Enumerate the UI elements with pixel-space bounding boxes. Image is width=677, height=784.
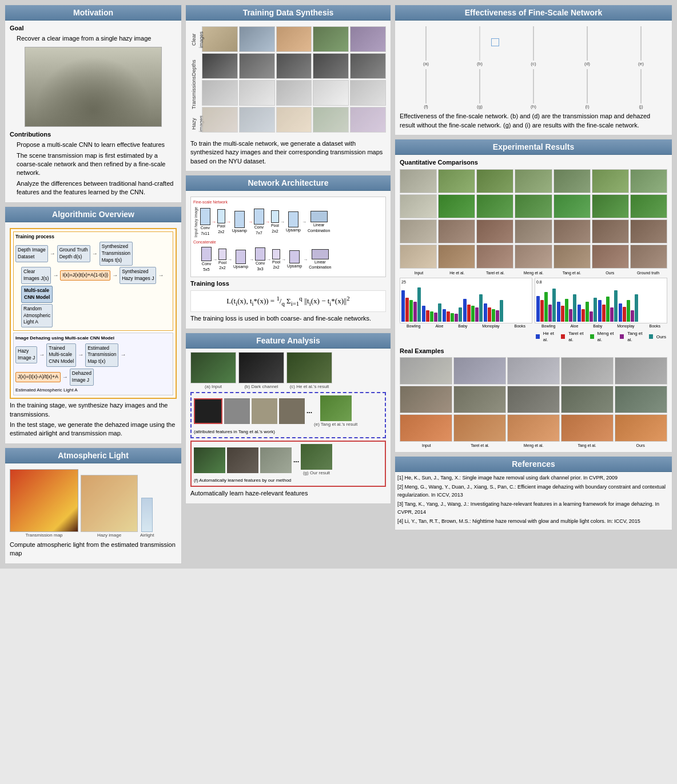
feat-tang-img: [320, 395, 352, 421]
hazy-city-visual: [25, 47, 161, 126]
bar2-4-3: [606, 297, 610, 322]
real-grid: [400, 357, 667, 442]
flow-row-2: ClearImages J(s) → I(x)=J(x)t(x)+A(1-t(x…: [21, 267, 171, 303]
arch-block-lin: LinearCombination: [308, 211, 330, 234]
arch-label-6: Upsamp: [286, 227, 301, 233]
arch-block-2: Pool2x2: [217, 209, 225, 235]
arch-rect-1: [200, 208, 210, 225]
bar2-4-5: [614, 290, 618, 322]
bar-5-3: [492, 309, 495, 322]
arrow-5: →: [280, 219, 285, 225]
bar-2-2: [426, 310, 429, 322]
arch-rect-2: [217, 209, 225, 223]
exp-r3c2: [438, 219, 475, 243]
feat-hue: [279, 398, 305, 424]
goal-item: Goal: [10, 24, 177, 33]
effectiveness-header: Effectiveness of Fine-Scale Network: [395, 5, 672, 21]
eff-box-b: [491, 38, 499, 46]
eff-img-f: [425, 69, 427, 103]
c-arrow-6: →: [303, 257, 308, 263]
eff-row-2: (f) (g) (h) (i): [400, 69, 667, 110]
flow-depth-dataset: Depth ImageDataset: [15, 245, 48, 262]
feature-our-box: ... (g) Our result (f) Automatically lea…: [190, 441, 386, 487]
loss-note: The training loss is used in both coarse…: [190, 314, 386, 323]
trans-img-3: [276, 80, 312, 106]
bar-2-5: [438, 303, 441, 322]
training-process-box: Training process Depth ImageDataset → Gr…: [13, 231, 173, 331]
quant-label: Quantitative Comparisons: [400, 158, 667, 167]
bar2-5-2: [623, 307, 626, 322]
clear-img-5: [350, 26, 386, 52]
algo-diagram: Training process Depth ImageDataset → Gr…: [10, 228, 177, 399]
exp-col-labels: Input He et al. Tarel et al. Meng et al.…: [400, 270, 667, 276]
bar-4-2: [467, 305, 471, 322]
goal-label: Goal: [10, 25, 23, 31]
exp-r4c3: [476, 245, 513, 269]
eff-label-d: (d): [584, 61, 590, 67]
references-body: [1] He, K., Sun, J., Tang, X.: Single im…: [395, 472, 672, 530]
atm-img1-col: Transmission map: [10, 469, 78, 538]
c-label-5: Pool2x2: [272, 259, 280, 271]
eff-col-e: (e): [615, 26, 667, 67]
arch-rect-4: [254, 209, 264, 225]
clear-img-3: [276, 26, 312, 52]
feat-tang-col: (e) Tang et al.'s result: [314, 395, 357, 427]
legend: He et al. Tarel et al. Meng et al. Tang …: [535, 329, 667, 344]
bar-1-2: [405, 298, 409, 322]
exp-r2c3: [476, 194, 513, 218]
flow-row-3: RandomAtmosphericLight A: [21, 304, 171, 328]
flow-arrow-2: →: [92, 250, 98, 258]
eff-col-i: (i): [561, 69, 614, 110]
bar-chart-2: 0.8: [535, 278, 667, 323]
bar2-2-5: [573, 294, 576, 322]
depth-img-2: [239, 53, 275, 79]
poster-container: Motivation Goal Recover a clear image fr…: [0, 0, 677, 569]
flow-rand-atm: RandomAtmosphericLight A: [21, 304, 53, 328]
eff-col-d: (d): [561, 26, 614, 67]
feat-he-col: (c) He et al.'s result: [286, 352, 332, 390]
network-body: Fine-scale Network Input hazy image Conv…: [186, 191, 391, 328]
exp-r4c7: [630, 245, 667, 269]
flow-trained-cnn: TrainedMulti-scaleCNN Model: [46, 343, 76, 367]
real-label-tang: Tang et al.: [560, 443, 614, 449]
arch-rect-6: [288, 211, 298, 227]
bar-group2-3: [578, 298, 597, 322]
eff-col-j: (j): [615, 69, 667, 110]
network-section: Network Architecture Fine-scale Network …: [185, 175, 391, 329]
hazy-img-1: [202, 107, 238, 133]
feat-he-img: [286, 352, 332, 383]
bar2-1-5: [552, 289, 556, 322]
bar-chart-1: 25: [400, 278, 532, 323]
contributions-label: Contributions: [10, 130, 177, 139]
legend-he-label: He et al.: [543, 330, 557, 343]
c-label-6: Upsamp: [287, 263, 302, 269]
arch-rect-5: [271, 210, 279, 223]
bar-1-5: [417, 287, 421, 322]
legend-tarel-label: Tarel et al.: [568, 330, 587, 343]
legend-ours-label: Ours: [656, 334, 666, 340]
c-block-lin: LinearCombination: [309, 249, 331, 271]
bar2-2-3: [565, 299, 568, 322]
flow-cnn-model: Multi-scaleCNN Model: [21, 286, 53, 303]
feature-dashed-box: ... (e) Tang et al.'s result (attributed…: [190, 392, 386, 438]
algo-body: Training process Depth ImageDataset → Gr…: [5, 222, 181, 443]
c-rect-lin: [312, 249, 329, 259]
exp-r1c6: [592, 169, 629, 193]
c-label-3: Upsamp: [233, 264, 248, 270]
contrib-2: The scene transmission map is first esti…: [17, 151, 177, 178]
hazy-images-row: [202, 107, 386, 133]
feat-dark-col: (b) Dark channel: [238, 352, 284, 390]
bar-3-1: [443, 309, 446, 322]
clear-images-row: [202, 26, 386, 52]
arch-label-5: Pool2x2: [271, 223, 279, 234]
bar-5-2: [488, 307, 491, 322]
legend-he: [536, 334, 540, 339]
eff-img-g: [479, 69, 480, 103]
eff-row-1: (a) (b) (c) (d): [400, 26, 667, 67]
transmissions-row: [202, 80, 386, 106]
c-block-3: Upsamp: [233, 250, 248, 270]
bar2-3-4: [590, 311, 593, 322]
arch-block-3: Upsamp: [232, 211, 247, 234]
trans-img-1: [202, 80, 238, 106]
eff-img-h: [533, 69, 534, 103]
